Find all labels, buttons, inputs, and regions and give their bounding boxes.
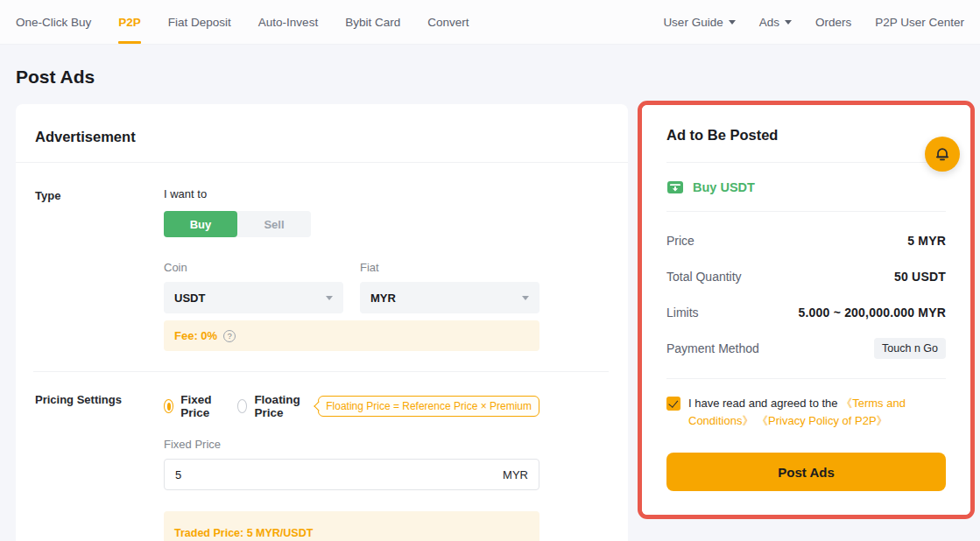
traded-price-line: Traded Price: 5 MYR/USDT [174, 527, 529, 539]
fiat-select[interactable]: MYR [360, 282, 539, 313]
divider [666, 162, 946, 163]
advertisement-form: Type I want to Buy Sell Coin USDT [16, 187, 628, 541]
nav-label: Bybit Card [345, 16, 400, 29]
sell-toggle-button[interactable]: Sell [237, 211, 311, 237]
bell-icon [934, 145, 951, 163]
fixed-price-input-value: 5 [175, 468, 181, 481]
terms-checkbox-checked[interactable] [666, 397, 680, 411]
coin-column: Coin USDT [164, 261, 343, 313]
notification-bell-button[interactable] [925, 137, 960, 172]
nav-item-auto-invest[interactable]: Auto-Invest [258, 0, 318, 44]
main-content: Advertisement Type I want to Buy Sell Co… [0, 101, 980, 541]
i-want-to-label: I want to [164, 187, 539, 200]
pricing-settings-content: Fixed Price Floating Price Floating Pric… [164, 391, 539, 541]
limits-row: Limits 5.000 ~ 200,000.000 MYR [666, 306, 946, 320]
active-tab-underline [118, 41, 141, 44]
price-mode-radio-row: Fixed Price Floating Price Floating Pric… [164, 393, 539, 419]
nav-label: Fiat Deposit [168, 16, 231, 29]
radio-checked-icon[interactable] [164, 399, 173, 413]
nav-item-one-click-buy[interactable]: One-Click Buy [16, 0, 91, 44]
agreement-prefix: I have read and agreed to the [688, 397, 841, 410]
buy-sell-toggle: Buy Sell [164, 211, 311, 237]
limits-row-label: Limits [666, 306, 699, 320]
caret-down-icon [729, 20, 736, 25]
radio-unchecked-icon[interactable] [237, 399, 247, 413]
chevron-down-icon [326, 296, 333, 300]
fee-text: Fee: 0% [174, 329, 217, 342]
post-ads-button[interactable]: Post Ads [666, 453, 946, 491]
price-row-label: Price [666, 234, 694, 248]
payment-method-chip: Touch n Go [874, 338, 946, 359]
nav-item-fiat-deposit[interactable]: Fiat Deposit [168, 0, 231, 44]
fixed-price-input[interactable]: 5 MYR [164, 459, 539, 490]
floating-price-tooltip: Floating Price = Reference Price × Premi… [318, 396, 539, 417]
type-row: Type I want to Buy Sell Coin USDT [35, 187, 609, 351]
nav-label: P2P [118, 16, 141, 29]
chevron-down-icon [522, 296, 529, 300]
coin-fiat-row: Coin USDT Fiat MYR [164, 261, 539, 313]
nav-item-ads[interactable]: Ads [759, 16, 792, 29]
ad-preview-card: Ad to Be Posted Buy USDT Price 5 MYR Tot… [642, 105, 970, 515]
limits-row-value: 5.000 ~ 200,000.000 MYR [799, 306, 946, 320]
nav-right-group: User Guide Ads Orders P2P User Center [663, 0, 964, 44]
nav-label: Convert [427, 16, 469, 29]
privacy-policy-link[interactable]: 《Privacy Policy of P2P》 [757, 414, 888, 427]
divider [666, 211, 946, 212]
fiat-select-value: MYR [370, 292, 396, 305]
nav-label: P2P User Center [875, 16, 964, 29]
nav-item-bybit-card[interactable]: Bybit Card [345, 0, 400, 44]
trade-side-label: Buy USDT [693, 180, 755, 194]
nav-left-group: One-Click Buy P2P Fiat Deposit Auto-Inve… [16, 0, 469, 44]
coin-select-value: USDT [174, 292, 205, 305]
buy-toggle-button[interactable]: Buy [164, 211, 237, 237]
agreement-row: I have read and agreed to the 《Terms and… [666, 395, 946, 430]
fixed-price-input-currency: MYR [503, 468, 528, 481]
page-title: Post Ads [16, 67, 980, 88]
type-content: I want to Buy Sell Coin USDT [164, 187, 539, 351]
nav-item-orders[interactable]: Orders [815, 16, 851, 29]
total-quantity-row: Total Quantity 50 USDT [666, 270, 946, 284]
price-row-value: 5 MYR [907, 234, 946, 248]
fiat-column: Fiat MYR [360, 261, 539, 313]
payment-method-row-label: Payment Method [666, 341, 759, 355]
fee-banner: Fee: 0% ? [164, 320, 539, 351]
price-info-box: Traded Price: 5 MYR/USDT Reference Price… [164, 511, 539, 541]
floating-price-radio-option[interactable]: Floating Price [237, 393, 307, 419]
question-circle-icon[interactable]: ? [223, 330, 236, 342]
advertisement-card: Advertisement Type I want to Buy Sell Co… [16, 104, 628, 541]
advertisement-card-title: Advertisement [16, 104, 628, 162]
total-quantity-row-label: Total Quantity [666, 270, 742, 284]
fixed-price-option-label: Fixed Price [180, 393, 222, 419]
pricing-settings-label: Pricing Settings [35, 391, 164, 541]
coin-select[interactable]: USDT [164, 282, 343, 313]
type-label: Type [35, 187, 164, 351]
nav-item-p2p-user-center[interactable]: P2P User Center [875, 16, 964, 29]
total-quantity-row-value: 50 USDT [894, 270, 946, 284]
nav-label: User Guide [663, 16, 723, 29]
buy-deposit-icon [666, 179, 684, 196]
pricing-settings-row: Pricing Settings Fixed Price Floating Pr… [35, 391, 609, 541]
nav-item-user-guide[interactable]: User Guide [663, 16, 735, 29]
divider [666, 378, 946, 379]
agreement-text: I have read and agreed to the 《Terms and… [688, 395, 946, 430]
top-navigation: One-Click Buy P2P Fiat Deposit Auto-Inve… [0, 0, 980, 45]
fixed-price-radio-option[interactable]: Fixed Price [164, 393, 222, 419]
trade-side-row: Buy USDT [666, 179, 946, 196]
divider [33, 371, 609, 372]
nav-label: One-Click Buy [16, 16, 91, 29]
nav-item-convert[interactable]: Convert [427, 0, 469, 44]
price-row: Price 5 MYR [666, 234, 946, 248]
nav-label: Auto-Invest [258, 16, 318, 29]
ad-preview-title: Ad to Be Posted [666, 127, 946, 144]
floating-price-option-label: Floating Price [254, 393, 307, 419]
divider [16, 162, 628, 163]
nav-item-p2p[interactable]: P2P [118, 0, 141, 44]
nav-label: Ads [759, 16, 779, 29]
nav-label: Orders [815, 16, 851, 29]
ad-preview-highlight-frame: Ad to Be Posted Buy USDT Price 5 MYR Tot… [638, 101, 975, 519]
coin-label: Coin [164, 261, 343, 274]
payment-method-row: Payment Method Touch n Go [666, 338, 946, 359]
fixed-price-field-label: Fixed Price [164, 438, 539, 451]
fiat-label: Fiat [360, 261, 539, 274]
caret-down-icon [785, 20, 792, 25]
